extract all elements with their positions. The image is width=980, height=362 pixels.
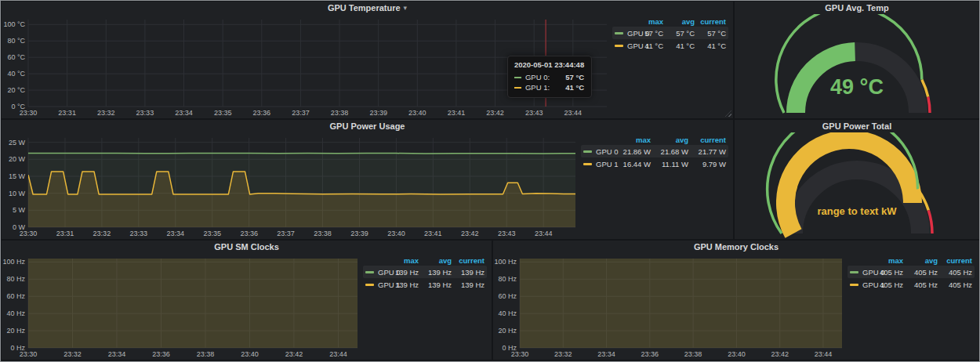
svg-text:23:35: 23:35: [214, 109, 232, 117]
legend-value: 405 Hz: [903, 281, 938, 289]
series-color-marker-icon: [514, 77, 521, 78]
legend-sort-current[interactable]: current: [452, 256, 485, 265]
tooltip-rows: GPU 0:57 °CGPU 1:41 °C: [514, 72, 584, 92]
svg-text:40 °C: 40 °C: [7, 70, 25, 78]
svg-text:23:42: 23:42: [285, 350, 303, 358]
legend-series-toggle[interactable]: GPU 0: [583, 147, 613, 156]
legend-row: GPU 116.44 W11.11 W9.79 W: [581, 157, 728, 170]
panel-header-gpu-power-usage[interactable]: GPU Power Usage: [2, 120, 733, 132]
tooltip-series-value: 41 °C: [557, 83, 584, 92]
tooltip: 2020-05-01 23:44:48 GPU 0:57 °CGPU 1:41 …: [507, 56, 592, 98]
tooltip-series-value: 57 °C: [557, 73, 584, 81]
series-color-marker-icon[interactable]: [850, 271, 858, 273]
svg-text:23:38: 23:38: [197, 350, 215, 358]
chart-gpu-sm-clocks[interactable]: 0 Hz20 Hz40 Hz60 Hz80 Hz100 Hz23:3023:32…: [2, 253, 361, 360]
panel-gpu-sm-clocks: GPU SM Clocks 0 Hz20 Hz40 Hz60 Hz80 Hz10…: [2, 241, 492, 360]
panel-title-text[interactable]: GPU Temperature: [328, 3, 401, 13]
panel-header-gpu-sm-clocks[interactable]: GPU SM Clocks: [2, 241, 492, 253]
svg-text:40 Hz: 40 Hz: [498, 310, 517, 317]
panel-gpu-avg-temp: GPU Avg. Temp 49 °C: [735, 2, 979, 118]
legend-value: 11.11 W: [651, 160, 688, 168]
panel-title-text[interactable]: GPU SM Clocks: [214, 242, 279, 252]
chart-gpu-temperature[interactable]: 2020-05-01 23:44:48 GPU 0:57 °CGPU 1:41 …: [2, 14, 611, 118]
svg-text:23:40: 23:40: [408, 109, 426, 117]
legend-value: 405 Hz: [869, 268, 903, 277]
svg-text:60 Hz: 60 Hz: [498, 292, 517, 300]
panel-title-text[interactable]: GPU Avg. Temp: [825, 3, 889, 13]
legend-sort-avg[interactable]: avg: [651, 136, 688, 144]
tooltip-timestamp: 2020-05-01 23:44:48: [514, 60, 584, 69]
legend-series-toggle[interactable]: GPU 1: [583, 160, 613, 168]
panel-header-gpu-temperature[interactable]: GPU Temperature ▾: [2, 2, 733, 14]
chart-gpu-power-usage[interactable]: 0 W5 W10 W15 W20 W25 W23:3023:3123:3223:…: [2, 132, 579, 239]
legend-series-toggle[interactable]: GPU 1: [615, 42, 632, 50]
svg-text:100 Hz: 100 Hz: [2, 258, 25, 266]
chart-svg[interactable]: 0 Hz20 Hz40 Hz60 Hz80 Hz100 Hz23:3023:32…: [2, 253, 361, 360]
svg-text:23:30: 23:30: [20, 109, 38, 117]
gauge-gpu-avg-temp: 49 °C: [735, 14, 979, 118]
panel-gpu-power-usage: GPU Power Usage 0 W5 W10 W15 W20 W25 W23…: [2, 120, 733, 239]
legend-sort-max[interactable]: max: [386, 256, 419, 265]
legend-sort-current[interactable]: current: [938, 256, 972, 265]
series-color-marker-icon[interactable]: [615, 32, 623, 34]
svg-text:23:32: 23:32: [97, 109, 115, 117]
legend-sort-max[interactable]: max: [613, 136, 651, 144]
legend-sort-current[interactable]: current: [695, 17, 726, 26]
svg-text:20 W: 20 W: [9, 155, 26, 163]
series-color-marker-icon[interactable]: [365, 271, 374, 273]
series-color-marker-icon[interactable]: [615, 45, 623, 47]
panel-header-gpu-memory-clocks[interactable]: GPU Memory Clocks: [493, 241, 979, 253]
legend-gpu-temperature: maxavgcurrentGPU 057 °C57 °C57 °CGPU 141…: [611, 14, 733, 118]
legend-value: 21.77 W: [688, 147, 726, 156]
legend-series-toggle[interactable]: GPU 1: [850, 281, 869, 289]
svg-text:23:43: 23:43: [498, 230, 516, 237]
chevron-down-icon[interactable]: ▾: [404, 5, 408, 12]
series-color-marker-icon[interactable]: [365, 284, 374, 286]
svg-text:60 °C: 60 °C: [7, 53, 25, 61]
legend-series-toggle[interactable]: GPU 0: [850, 268, 869, 277]
svg-text:23:34: 23:34: [108, 350, 126, 358]
svg-text:23:42: 23:42: [486, 109, 504, 117]
panel-title-text[interactable]: GPU Memory Clocks: [694, 242, 779, 252]
svg-text:23:39: 23:39: [369, 109, 387, 117]
legend-sort-max[interactable]: max: [869, 256, 903, 265]
svg-text:23:37: 23:37: [277, 230, 295, 237]
chart-svg[interactable]: 0 W5 W10 W15 W20 W25 W23:3023:3123:3223:…: [2, 132, 579, 239]
legend-value: 139 Hz: [386, 268, 419, 277]
svg-text:23:30: 23:30: [20, 350, 38, 358]
svg-text:80 Hz: 80 Hz: [498, 275, 517, 283]
legend-series-toggle[interactable]: GPU 0: [365, 268, 386, 277]
svg-text:23:32: 23:32: [93, 230, 111, 237]
svg-text:23:41: 23:41: [424, 230, 442, 237]
legend-value: 405 Hz: [938, 268, 972, 277]
legend-sort-avg[interactable]: avg: [419, 256, 452, 265]
chart-gpu-memory-clocks[interactable]: 0 Hz20 Hz40 Hz60 Hz80 Hz100 Hz23:3023:32…: [493, 253, 846, 360]
svg-text:80 °C: 80 °C: [7, 37, 25, 45]
svg-text:23:35: 23:35: [203, 230, 221, 237]
legend-value: 57 °C: [695, 29, 726, 38]
svg-text:23:36: 23:36: [253, 109, 271, 117]
series-color-marker-icon[interactable]: [583, 163, 592, 165]
gauge-svg: range to text kW: [735, 132, 979, 239]
legend-sort-avg[interactable]: avg: [663, 17, 695, 26]
legend-series-toggle[interactable]: GPU 1: [365, 281, 386, 289]
legend-sort-current[interactable]: current: [688, 136, 726, 144]
series-color-marker-icon[interactable]: [583, 150, 592, 153]
tooltip-row: GPU 1:41 °C: [514, 82, 584, 92]
svg-text:23:32: 23:32: [64, 350, 82, 358]
legend-sort-max[interactable]: max: [632, 17, 663, 26]
series-color-marker-icon[interactable]: [850, 284, 858, 286]
legend-series-toggle[interactable]: GPU 0: [615, 29, 632, 38]
legend-sort-avg[interactable]: avg: [903, 256, 938, 265]
panel-header-gpu-power-total[interactable]: GPU Power Total: [735, 120, 979, 132]
panel-title-text[interactable]: GPU Power Total: [822, 121, 891, 131]
legend-gpu-power-usage: maxavgcurrentGPU 021.86 W21.68 W21.77 WG…: [579, 132, 733, 239]
legend-value: 405 Hz: [903, 268, 938, 277]
svg-text:20 Hz: 20 Hz: [6, 327, 25, 335]
svg-text:60 Hz: 60 Hz: [6, 292, 25, 300]
chart-svg[interactable]: 0 Hz20 Hz40 Hz60 Hz80 Hz100 Hz23:3023:32…: [493, 253, 846, 360]
svg-text:23:42: 23:42: [461, 230, 479, 237]
tooltip-row: GPU 0:57 °C: [514, 72, 584, 82]
panel-title-text[interactable]: GPU Power Usage: [330, 121, 405, 131]
panel-header-gpu-avg-temp[interactable]: GPU Avg. Temp: [735, 2, 979, 14]
